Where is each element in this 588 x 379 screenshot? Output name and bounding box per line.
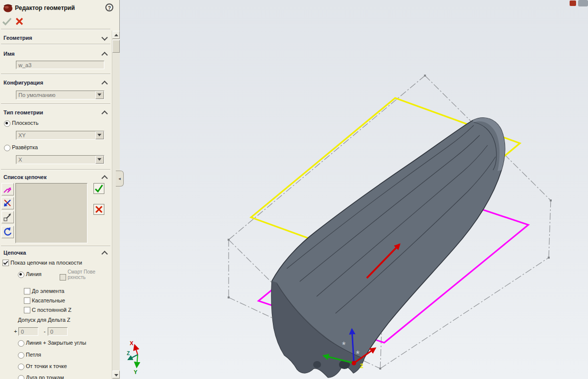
dropdown-arrow-icon[interactable] — [95, 156, 104, 164]
tangent-checkbox[interactable] — [24, 297, 30, 304]
minus-tolerance-input[interactable] — [48, 327, 68, 336]
plane-radio-label: Плоскость — [12, 120, 38, 126]
divider — [1, 29, 110, 30]
green-check-icon — [94, 184, 104, 193]
triangle-down-icon — [114, 374, 118, 377]
dropdown-arrow-icon[interactable] — [95, 131, 104, 139]
reverse-chain-button[interactable] — [1, 197, 14, 209]
add-chain-icon — [2, 211, 13, 223]
const-z-checkbox[interactable] — [24, 307, 30, 313]
configuration-dropdown[interactable]: По умолчанию — [16, 91, 104, 99]
section-header-chain[interactable]: Цепочка — [3, 250, 26, 256]
name-input[interactable] — [16, 61, 104, 69]
origin-label: 2 — [360, 362, 363, 370]
show-chain-label: Показ цепочки на плоскости — [10, 260, 82, 266]
reverse-chain-icon — [2, 197, 13, 209]
application-window: Редактор геометрий ? Геометрия Имя Конфи… — [0, 0, 588, 379]
divider — [1, 103, 110, 104]
arc-by-points-label: Дуга по точкам — [26, 375, 64, 379]
divider — [1, 44, 110, 45]
point-to-point-label: От точки к точке — [26, 363, 67, 369]
plane-dropdown[interactable]: XY — [16, 131, 104, 140]
unfold-radio[interactable] — [4, 145, 10, 151]
chevron-up-icon — [101, 251, 108, 257]
line-radio[interactable] — [18, 272, 24, 278]
tangent-label: Касательные — [32, 297, 65, 303]
model-notch — [313, 361, 321, 368]
plane-value: XY — [18, 132, 26, 138]
accept-chain-button[interactable] — [93, 183, 104, 194]
origin-point[interactable] — [352, 361, 356, 366]
unfold-dropdown[interactable]: X — [16, 155, 104, 164]
chevron-up-icon — [101, 110, 108, 117]
view-triad[interactable]: X Z Y — [127, 340, 138, 375]
show-chain-checkbox[interactable] — [2, 260, 9, 266]
point-to-point-radio[interactable] — [18, 364, 24, 370]
loop-radio[interactable] — [18, 352, 24, 359]
section-header-chain-list[interactable]: Список цепочек — [3, 174, 47, 180]
smart-surface-checkbox[interactable] — [60, 274, 66, 281]
loop-label: Петля — [26, 352, 41, 358]
scroll-down-button[interactable] — [112, 371, 120, 379]
plus-tolerance-input[interactable] — [18, 327, 38, 336]
dropdown-arrow-icon[interactable] — [95, 91, 104, 99]
triad-x-label: X — [130, 340, 134, 346]
chevron-down-icon — [101, 34, 108, 41]
viewport-3d[interactable]: 2 * * X Z Y — [120, 0, 588, 379]
const-z-label: С постоянной Z — [32, 307, 72, 313]
chevron-up-icon — [101, 52, 108, 58]
unfold-radio-label: Развёртка — [12, 144, 38, 150]
section-header-name[interactable]: Имя — [3, 51, 14, 57]
triad-z-label: Z — [127, 351, 130, 356]
chevron-up-icon — [101, 175, 108, 182]
pick-chain-icon — [2, 184, 13, 195]
section-header-geometry-type[interactable]: Тип геометрии — [3, 109, 43, 115]
minus-sign: - — [44, 328, 46, 334]
triad-y-label: Y — [134, 369, 138, 375]
divider — [1, 169, 110, 170]
to-element-label: До элемента — [32, 288, 64, 294]
app-corner-red-icon — [570, 0, 576, 6]
chevron-up-icon — [101, 81, 108, 87]
section-header-configuration[interactable]: Конфигурация — [3, 80, 43, 86]
red-x-icon — [94, 204, 104, 214]
delete-chain-button[interactable] — [93, 204, 104, 215]
divider — [1, 246, 110, 247]
ok-icon[interactable] — [2, 17, 12, 26]
viewport-background[interactable]: 2 * * X Z Y — [120, 0, 588, 379]
cancel-icon[interactable] — [15, 17, 23, 25]
to-element-checkbox[interactable] — [24, 288, 30, 294]
property-manager-panel: Редактор геометрий ? Геометрия Имя Конфи… — [0, 0, 120, 379]
arc-by-points-radio[interactable] — [18, 375, 24, 379]
scrollbar-thumb[interactable] — [112, 40, 120, 53]
line-radio-label: Линия — [26, 271, 42, 277]
line-closed-corners-label: Линия + Закрытые углы — [26, 340, 86, 346]
help-icon[interactable]: ? — [105, 3, 113, 11]
undo-icon — [2, 226, 13, 238]
pick-chain-button[interactable] — [1, 183, 14, 195]
line-closed-corners-radio[interactable] — [18, 340, 24, 347]
panel-scrollbar[interactable] — [112, 31, 120, 379]
marker-asterisk: * — [356, 349, 360, 359]
smart-surface-label: Смарт Поверхность — [68, 269, 97, 280]
plane-radio[interactable] — [4, 120, 10, 127]
panel-splitter-handle[interactable]: ◂ — [116, 171, 124, 187]
chain-listbox[interactable] — [15, 183, 87, 243]
section-header-geometry[interactable]: Геометрия — [3, 35, 32, 41]
plus-sign: + — [14, 328, 17, 334]
scroll-up-button[interactable] — [112, 31, 120, 39]
undo-chain-button[interactable] — [1, 226, 14, 238]
divider — [1, 74, 110, 75]
triangle-up-icon — [114, 34, 118, 36]
configuration-value: По умолчанию — [18, 92, 55, 98]
add-chain-button[interactable] — [1, 211, 14, 223]
unfold-value: X — [18, 157, 22, 163]
tolerance-label: Допуск для Дельта Z — [18, 317, 71, 323]
panel-title-icon — [2, 3, 13, 13]
app-corner-gray-icon — [578, 0, 588, 6]
marker-asterisk: * — [342, 340, 346, 350]
panel-title: Редактор геометрий — [15, 4, 75, 11]
